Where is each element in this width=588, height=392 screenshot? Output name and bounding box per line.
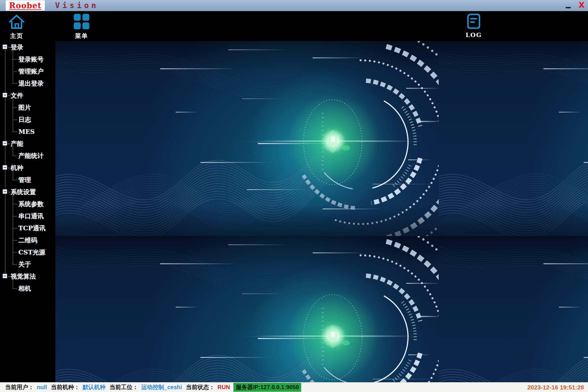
background-tile — [55, 41, 439, 236]
menu-button[interactable]: 菜单 — [69, 13, 94, 40]
menu-grid-icon — [74, 26, 90, 30]
sidebar-item-capacity-stats[interactable]: 产能统计 — [0, 150, 55, 162]
sidebar-item-camera[interactable]: 相机 — [0, 282, 55, 294]
current-machine-type-label: 当前机种： — [51, 383, 80, 391]
current-machine-type-value[interactable]: 默认机种 — [83, 383, 106, 391]
close-button[interactable]: X — [579, 1, 585, 9]
background-tile — [55, 236, 439, 382]
sidebar-section-vision-algorithm[interactable]: 视觉算法 — [0, 270, 55, 282]
sidebar-section-file[interactable]: 文件 — [0, 89, 55, 101]
status-bar: 当前用户： null 当前机种： 默认机种 当前工位： 运动控制_ceshi 当… — [0, 382, 588, 392]
app-title: Vision — [55, 1, 99, 10]
run-status-badge: RUN — [218, 384, 230, 391]
title-bar: Roobet Vision X — [0, 0, 588, 11]
collapse-toggle-icon[interactable] — [3, 141, 7, 146]
sidebar-item-login-account[interactable]: 登录账号 — [0, 53, 55, 65]
background-tile — [439, 41, 588, 236]
sidebar-section-machine-type[interactable]: 机种 — [0, 162, 55, 174]
toolbar: 主页 菜单 LOG — [0, 11, 588, 41]
sidebar-item-tcp-comm[interactable]: TCP通讯 — [0, 222, 55, 234]
collapse-toggle-icon[interactable] — [3, 165, 7, 170]
sidebar-section-system-settings[interactable]: 系统设置 — [0, 186, 55, 198]
sidebar-item-logout[interactable]: 退出登录 — [0, 77, 55, 89]
background-tile — [439, 236, 588, 382]
log-button-label: LOG — [461, 31, 486, 38]
clock-timestamp: 2023-12-16 19:51:28 — [527, 384, 584, 391]
sidebar-item-manage-account[interactable]: 管理账户 — [0, 65, 55, 77]
home-button-label: 主页 — [4, 32, 29, 40]
minimize-button[interactable] — [566, 7, 571, 8]
sidebar-item-system-params[interactable]: 系统参数 — [0, 198, 55, 210]
sidebar-section-capacity[interactable]: 产能 — [0, 138, 55, 150]
logo: Roobet — [6, 0, 45, 11]
sidebar: 登录 登录账号 管理账户 退出登录 文件 图片 日志 MES 产能 — [0, 41, 55, 382]
sidebar-item-mes[interactable]: MES — [0, 125, 55, 138]
current-station-value[interactable]: 运动控制_ceshi — [141, 383, 182, 391]
current-status-label: 当前状态： — [186, 383, 215, 391]
sidebar-item-about[interactable]: 关于 — [0, 258, 55, 270]
collapse-toggle-icon[interactable] — [3, 93, 7, 97]
collapse-toggle-icon[interactable] — [3, 189, 7, 194]
sidebar-section-login[interactable]: 登录 — [0, 41, 55, 53]
log-document-icon — [467, 25, 481, 30]
section-label: 视觉算法 — [11, 273, 36, 280]
server-ip-badge: 服务器IP:127.0.0.1:9050 — [233, 383, 301, 392]
sidebar-item-serial-comm[interactable]: 串口通讯 — [0, 210, 55, 222]
collapse-toggle-icon[interactable] — [3, 45, 7, 49]
menu-button-label: 菜单 — [69, 32, 94, 40]
sidebar-item-qrcode[interactable]: 二维码 — [0, 234, 55, 246]
log-button[interactable]: LOG — [461, 13, 486, 38]
collapse-toggle-icon[interactable] — [3, 274, 7, 278]
current-station-label: 当前工位： — [110, 383, 138, 391]
sidebar-item-logs[interactable]: 日志 — [0, 113, 55, 125]
sidebar-item-management[interactable]: 管理 — [0, 174, 55, 186]
logo-text: Roobet — [9, 1, 42, 10]
app-window: Roobet Vision X 主页 — [0, 0, 588, 392]
current-user-value: null — [37, 384, 47, 391]
home-icon — [8, 26, 25, 30]
sidebar-item-images[interactable]: 图片 — [0, 101, 55, 113]
home-button[interactable]: 主页 — [4, 13, 29, 40]
sidebar-item-cst-light[interactable]: CST光源 — [0, 246, 55, 258]
current-user-label: 当前用户： — [5, 383, 34, 391]
navigation-tree: 登录 登录账号 管理账户 退出登录 文件 图片 日志 MES 产能 — [0, 41, 55, 382]
section-label: 系统设置 — [11, 188, 36, 196]
main-viewport — [55, 41, 588, 382]
